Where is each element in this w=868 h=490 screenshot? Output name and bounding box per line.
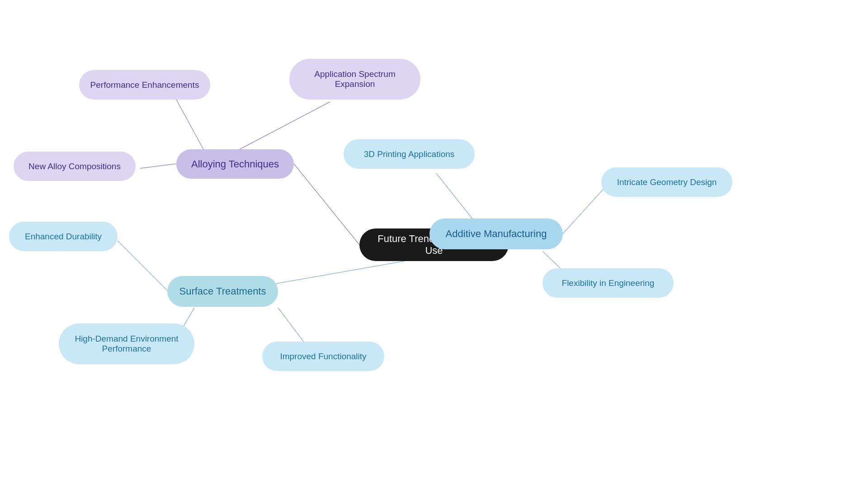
additive-node: Additive Manufacturing [429,219,563,249]
performance-label: Performance Enhancements [90,80,199,90]
enhanced-label: Enhanced Durability [25,232,102,242]
svg-line-10 [561,186,606,236]
svg-line-4 [240,102,330,149]
alloying-node: Alloying Techniques [176,149,294,179]
intricate-label: Intricate Geometry Design [617,177,717,187]
surface-node: Surface Treatments [167,276,278,307]
svg-line-0 [294,164,359,245]
svg-line-9 [436,173,475,222]
svg-line-6 [118,241,170,293]
new-alloy-node: New Alloy Compositions [14,152,136,181]
printing-label: 3D Printing Applications [364,149,455,159]
improved-node: Improved Functionality [262,342,384,371]
app-spectrum-label: Application Spectrum Expansion [300,69,410,89]
additive-label: Additive Manufacturing [446,228,547,240]
intricate-node: Intricate Geometry Design [601,167,732,197]
app-spectrum-node: Application Spectrum Expansion [289,59,420,100]
alloying-label: Alloying Techniques [191,158,279,170]
surface-label: Surface Treatments [179,285,266,297]
new-alloy-label: New Alloy Compositions [28,162,121,171]
enhanced-node: Enhanced Durability [9,222,118,251]
svg-line-5 [140,164,176,168]
svg-line-3 [176,100,203,149]
high-demand-label: High-Demand Environment Performance [70,334,184,354]
flexibility-label: Flexibility in Engineering [562,278,655,288]
improved-label: Improved Functionality [280,352,366,362]
printing-node: 3D Printing Applications [344,139,475,169]
high-demand-node: High-Demand Environment Performance [59,323,194,364]
flexibility-node: Flexibility in Engineering [542,268,674,298]
performance-node: Performance Enhancements [79,70,210,100]
